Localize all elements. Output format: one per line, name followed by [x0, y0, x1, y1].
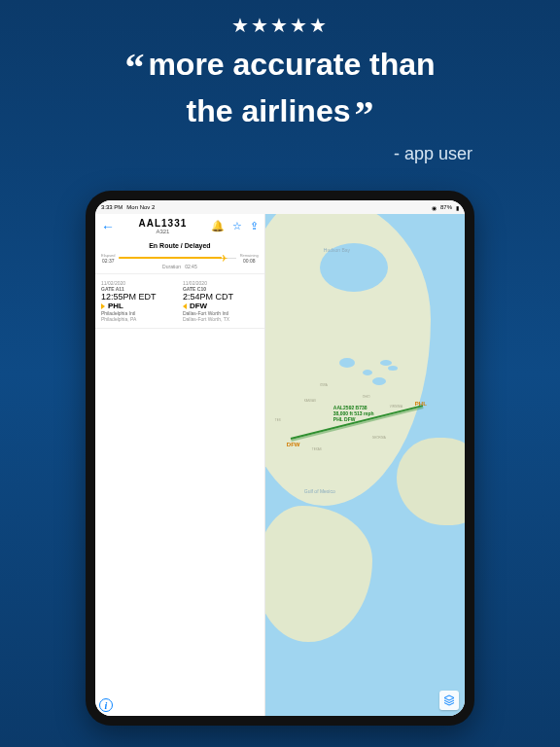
- map-dep-code: PHL: [415, 401, 427, 407]
- arr-city: Dallas-Fort Worth, TX: [183, 316, 259, 322]
- flight-callsign: AAL1331: [115, 218, 211, 229]
- state-label: IOWA: [320, 383, 328, 387]
- arrival-block: 11/02/2020 GATE C10 2:54PM CDT DFW Dalla…: [183, 280, 259, 322]
- map-label-hudson: Hudson Bay: [324, 247, 350, 253]
- leg-info: 11/02/2020 GATE A11 12:55PM EDT PHL Phil…: [95, 274, 264, 328]
- star-icon[interactable]: ☆: [232, 220, 242, 232]
- battery-icon: ▮: [456, 204, 459, 211]
- status-bar: 3:33 PM Mon Nov 2 ◉ 87% ▮: [95, 200, 465, 214]
- duration-value: 02:45: [185, 264, 197, 269]
- state-label: GEORGIA: [372, 436, 386, 440]
- wifi-icon: ◉: [432, 204, 437, 211]
- arr-time: 2:54PM CDT: [183, 292, 259, 302]
- map-flight-label3: PHL DFW: [333, 416, 356, 422]
- plane-icon: ✈: [220, 253, 228, 264]
- state-label: TES: [275, 418, 281, 422]
- bell-icon[interactable]: 🔔: [211, 220, 225, 232]
- rating-stars: ★★★★★: [0, 14, 560, 37]
- state-label: KANSAS: [304, 399, 316, 403]
- status-time: 3:33 PM: [101, 204, 122, 210]
- battery-pct: 87%: [440, 204, 452, 210]
- map-label-gulf: Gulf of Mexico: [304, 488, 335, 494]
- promo-quote: “more accurate than the airlines”: [0, 45, 560, 138]
- dep-code: PHL: [101, 302, 177, 310]
- flight-aircraft: A321: [115, 229, 211, 234]
- device-frame: 3:33 PM Mon Nov 2 ◉ 87% ▮ ← AAL1331 A321: [86, 191, 474, 726]
- departure-icon: [101, 303, 105, 309]
- status-date: Mon Nov 2: [126, 204, 155, 210]
- duration-label: Duration: [162, 264, 181, 269]
- svg-marker-0: [444, 695, 454, 700]
- promo-attribution: - app user: [0, 144, 560, 164]
- info-icon[interactable]: i: [99, 698, 113, 712]
- map-layers-button[interactable]: [439, 691, 459, 710]
- dep-time: 12:55PM EDT: [101, 292, 177, 302]
- map-arr-code: DFW: [287, 442, 300, 447]
- flight-panel: ← AAL1331 A321 🔔 ☆ ⇪ En Route / Delayed: [95, 214, 265, 716]
- flight-status: En Route / Delayed: [95, 242, 264, 249]
- arr-code: DFW: [183, 302, 259, 310]
- state-label: OHIO: [363, 395, 370, 399]
- screen: 3:33 PM Mon Nov 2 ◉ 87% ▮ ← AAL1331 A321: [95, 200, 465, 716]
- share-icon[interactable]: ⇪: [250, 220, 259, 232]
- arrival-icon: [183, 303, 187, 309]
- state-label: VIRGINIA: [390, 405, 402, 409]
- map-view[interactable]: Hudson Bay Gulf of Mexico DFW PHL AAL259…: [265, 214, 465, 716]
- state-label: TEXAS: [312, 447, 322, 451]
- back-button[interactable]: ←: [101, 219, 115, 234]
- dep-city: Philadelphia, PA: [101, 316, 177, 322]
- departure-block: 11/02/2020 GATE A11 12:55PM EDT PHL Phil…: [101, 280, 177, 322]
